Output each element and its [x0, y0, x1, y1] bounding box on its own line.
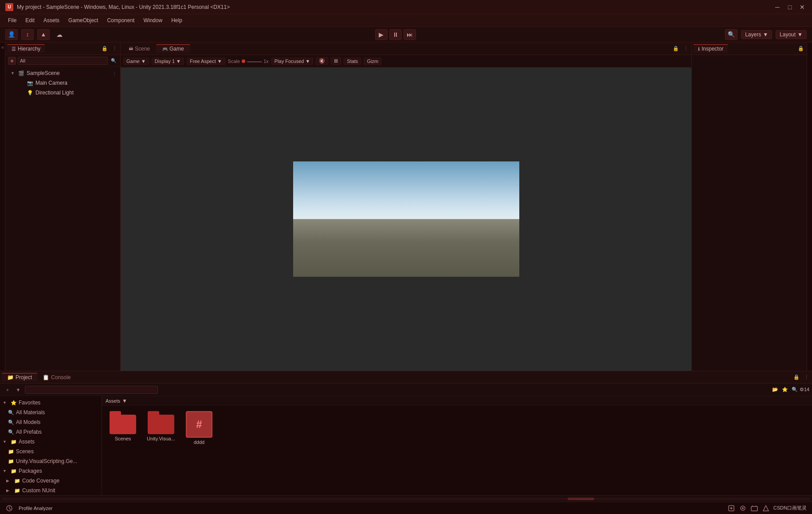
- window-controls[interactable]: ─ □ ✕: [773, 3, 807, 12]
- hierarchy-tab-label: Hierarchy: [18, 46, 40, 52]
- scene-tab[interactable]: 🏔 Scene: [122, 45, 156, 53]
- filter-button[interactable]: 🔍: [791, 386, 799, 394]
- reveal-in-explorer-button[interactable]: 📂: [771, 386, 779, 394]
- packages-arrow-icon: ▼: [3, 469, 9, 473]
- scene-menu-icon[interactable]: ⋮: [112, 71, 117, 76]
- view-menu-button[interactable]: ⋮: [682, 45, 690, 53]
- hierarchy-lock-button[interactable]: 🔒: [101, 45, 109, 53]
- project-tab[interactable]: 📁 Project: [2, 373, 37, 381]
- bottom-toolbar: + ▼ 📂 ⭐ 🔍 ⚙14: [0, 384, 812, 396]
- mute-button[interactable]: 🔇: [316, 57, 328, 65]
- code-coverage-item[interactable]: ▶ 📁 Code Coverage: [0, 476, 102, 486]
- status-right-icon-4[interactable]: [762, 504, 770, 512]
- hierarchy-tab[interactable]: ☰ Hierarchy: [7, 44, 45, 53]
- menu-window[interactable]: Window: [139, 16, 167, 24]
- status-bar: Profile Analyzer CSDN口画笔灵: [0, 502, 812, 514]
- layout-arrow-icon: ▼: [797, 31, 803, 38]
- menu-edit[interactable]: Edit: [21, 16, 39, 24]
- all-materials-item[interactable]: 🔍 All Materials: [0, 408, 102, 417]
- tree-assets[interactable]: ▼ 📁 Assets: [0, 437, 102, 447]
- stats-button[interactable]: Stats: [344, 58, 361, 65]
- favorites-button[interactable]: ⭐: [781, 386, 789, 394]
- hierarchy-panel: ☰ Hierarchy 🔒 ⋮ + 🔍 ▼ 🎬 SampleScene ⋮: [5, 43, 121, 371]
- all-prefabs-item[interactable]: 🔍 All Prefabs: [0, 427, 102, 437]
- bottom-menu-button[interactable]: ⋮: [802, 373, 810, 381]
- collaborate-button[interactable]: ↕: [21, 29, 34, 40]
- menu-assets[interactable]: Assets: [39, 16, 64, 24]
- unity-visual-folder-visual: [148, 411, 174, 434]
- inspector-tab[interactable]: ℹ Inspector: [694, 44, 728, 53]
- project-add-button[interactable]: +: [4, 386, 12, 394]
- view-lock-button[interactable]: 🔒: [672, 45, 680, 53]
- hierarchy-add-button[interactable]: +: [8, 57, 16, 65]
- project-search-input[interactable]: [25, 386, 158, 394]
- scrollbar-thumb[interactable]: [568, 498, 594, 500]
- hierarchy-search-icon[interactable]: 🔍: [110, 57, 118, 65]
- custom-nunit-icon: 📁: [14, 487, 21, 494]
- tree-favorites[interactable]: ▼ ⭐ Favorites: [0, 398, 102, 408]
- scrollbar-track[interactable]: [2, 498, 810, 500]
- bottom-lock-button[interactable]: 🔒: [792, 373, 800, 381]
- bottom-area: 📁 Project 📋 Console 🔒 ⋮ + ▼ 📂 ⭐ 🔍 ⚙14 ▼: [0, 371, 812, 502]
- console-tab[interactable]: 📋 Console: [37, 373, 76, 381]
- tree-packages[interactable]: ▼ 📁 Packages: [0, 466, 102, 476]
- menu-gameobject[interactable]: GameObject: [64, 16, 102, 24]
- menu-help[interactable]: Help: [167, 16, 187, 24]
- cloud-button[interactable]: ☁: [53, 29, 66, 40]
- asset-scrollbar[interactable]: [0, 495, 812, 502]
- status-right-icon-3[interactable]: [750, 504, 758, 512]
- hierarchy-main-camera[interactable]: 📷 Main Camera: [5, 78, 120, 88]
- status-icon-1[interactable]: [5, 504, 13, 512]
- maximize-button[interactable]: □: [785, 3, 794, 12]
- window-title: My project - SampleScene - Windows, Mac,…: [17, 4, 230, 10]
- minimize-button[interactable]: ─: [773, 3, 782, 12]
- asset-unity-visual[interactable]: Unity.Visua...: [145, 411, 177, 445]
- csdn-label: CSDN口画笔灵: [773, 505, 807, 511]
- status-right-icon-1[interactable]: [727, 504, 735, 512]
- game-tab[interactable]: 🎮 Game: [156, 44, 190, 53]
- toolbar-right: 🔍 Layers ▼ Layout ▼: [725, 29, 807, 40]
- unity-visual-scripting-item[interactable]: 📁 Unity.VisualScripting.Ge...: [0, 456, 102, 466]
- step-button[interactable]: ⏭: [404, 29, 416, 40]
- layers-dropdown[interactable]: Layers ▼: [741, 30, 772, 39]
- scale-control: Scale ——— 1x: [228, 59, 269, 64]
- packages-label: Packages: [19, 468, 42, 474]
- all-models-item[interactable]: 🔍 All Models: [0, 417, 102, 427]
- hierarchy-search-input[interactable]: [18, 57, 108, 65]
- hierarchy-menu-button[interactable]: ⋮: [110, 45, 118, 53]
- gizmos-button[interactable]: Gizm: [364, 58, 381, 65]
- aspect-arrow-icon: ▼: [217, 59, 222, 64]
- search-button[interactable]: 🔍: [725, 29, 737, 40]
- dddd-asset-label: dddd: [194, 439, 204, 445]
- menu-component[interactable]: Component: [102, 16, 139, 24]
- status-right-icon-2[interactable]: [739, 504, 747, 512]
- inspector-lock-button[interactable]: 🔒: [797, 45, 805, 53]
- scene-label: SampleScene: [27, 70, 60, 76]
- close-button[interactable]: ✕: [798, 3, 807, 12]
- menu-file[interactable]: File: [4, 16, 21, 24]
- grid-button[interactable]: ⊞: [331, 57, 341, 65]
- asset-dddd[interactable]: # dddd: [184, 411, 215, 445]
- assets-label: Assets: [19, 439, 35, 445]
- display-dropdown[interactable]: Display 1 ▼: [152, 58, 184, 65]
- layout-dropdown[interactable]: Layout ▼: [776, 30, 807, 39]
- pause-button[interactable]: ⏸: [389, 29, 402, 40]
- services-button[interactable]: ▲: [37, 29, 50, 40]
- scene-sample-scene[interactable]: ▼ 🎬 SampleScene ⋮: [5, 68, 120, 78]
- unity-vs-label: Unity.VisualScripting.Ge...: [16, 458, 77, 464]
- project-menu-button[interactable]: ▼: [14, 386, 22, 394]
- scene-icon: 🎬: [18, 70, 25, 77]
- breadcrumb-assets[interactable]: Assets: [106, 398, 120, 404]
- custom-nunit-item[interactable]: ▶ 📁 Custom NUnit: [0, 486, 102, 495]
- search-models-icon: 🔍: [8, 419, 15, 426]
- asset-scenes[interactable]: Scenes: [107, 411, 138, 445]
- aspect-dropdown[interactable]: Free Aspect ▼: [187, 58, 225, 65]
- game-tab-icon: 🎮: [162, 47, 168, 51]
- scenes-folder-item[interactable]: 📁 Scenes: [0, 447, 102, 456]
- play-button[interactable]: ▶: [375, 29, 388, 40]
- hierarchy-directional-light[interactable]: 💡 Directional Light: [5, 88, 120, 98]
- account-button[interactable]: 👤: [5, 29, 18, 40]
- inspector-panel-controls: 🔒: [797, 45, 805, 53]
- aspect-label: Free Aspect: [190, 59, 216, 64]
- play-focused-button[interactable]: Play Focused ▼: [271, 58, 314, 65]
